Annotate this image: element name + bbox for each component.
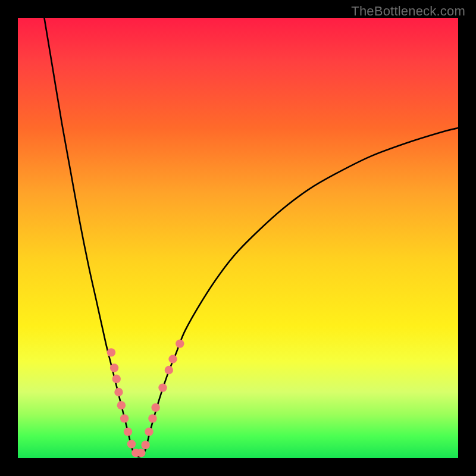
curve-marker <box>137 449 145 457</box>
plot-area <box>18 18 458 458</box>
chart-frame: TheBottleneck.com <box>0 0 476 476</box>
curve-marker <box>107 348 115 356</box>
curve-marker <box>141 441 149 449</box>
curve-marker <box>148 414 156 422</box>
curve-marker <box>120 414 129 422</box>
curve-marker <box>176 339 184 347</box>
curve-marker <box>158 383 167 392</box>
curve-marker <box>110 364 118 372</box>
curve-marker <box>124 427 132 436</box>
curve-svg <box>18 18 458 458</box>
curve-marker <box>165 366 173 374</box>
curve-marker <box>151 403 159 412</box>
bottleneck-curve <box>44 18 458 457</box>
curve-marker <box>127 440 136 448</box>
curve-marker <box>168 355 177 363</box>
watermark-text: TheBottleneck.com <box>351 4 465 19</box>
curve-markers <box>107 339 184 457</box>
curve-marker <box>117 401 126 409</box>
curve-marker <box>112 375 121 383</box>
curve-marker <box>114 388 123 396</box>
curve-marker <box>145 427 153 436</box>
